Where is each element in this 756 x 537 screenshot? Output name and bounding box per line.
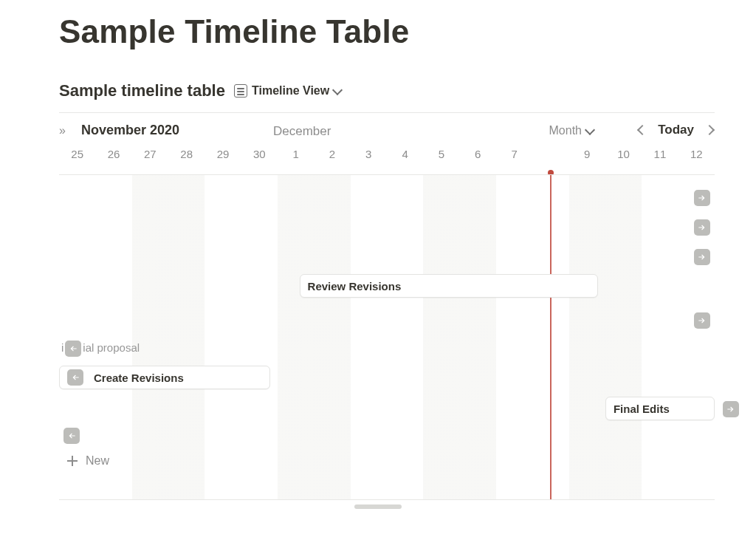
- page-title: Sample Timeline Table: [59, 13, 410, 50]
- offscreen-right-indicator[interactable]: [694, 312, 710, 329]
- timeline-area[interactable]: Review Revisionsiial proposalCreate Revi…: [59, 174, 715, 500]
- next-period-button[interactable]: [704, 123, 715, 137]
- offscreen-right-indicator[interactable]: [694, 249, 710, 265]
- timeline-card-title: Create Revisions: [94, 372, 184, 384]
- timeline-icon: [234, 84, 247, 98]
- timeline-card[interactable]: Final Edits: [605, 397, 715, 420]
- date-27[interactable]: 27: [132, 148, 168, 170]
- chevron-down-icon: [586, 126, 597, 136]
- date-11[interactable]: 11: [642, 148, 678, 170]
- prev-period-button[interactable]: [637, 123, 647, 137]
- date-6[interactable]: 6: [460, 148, 496, 170]
- add-row-button[interactable]: New: [66, 454, 109, 468]
- date-12[interactable]: 12: [678, 148, 715, 170]
- plus-icon: [66, 455, 78, 467]
- date-strip: 252627282930123456789101112: [59, 148, 715, 170]
- chevron-down-icon: [334, 86, 344, 96]
- date-29[interactable]: 29: [205, 148, 241, 170]
- date-5[interactable]: 5: [423, 148, 459, 170]
- range-selector[interactable]: Month: [549, 124, 597, 137]
- date-26[interactable]: 26: [95, 148, 131, 170]
- date-4[interactable]: 4: [387, 148, 423, 170]
- view-selector[interactable]: Timeline View: [234, 84, 344, 98]
- date-1[interactable]: 1: [278, 148, 314, 170]
- date-28[interactable]: 28: [168, 148, 205, 170]
- date-2[interactable]: 2: [314, 148, 350, 170]
- timeline-card-title: Review Revisions: [308, 280, 402, 293]
- offscreen-left-indicator[interactable]: [63, 428, 80, 444]
- arrow-left-icon: [65, 341, 81, 357]
- date-10[interactable]: 10: [605, 148, 642, 170]
- offscreen-right-indicator[interactable]: [694, 190, 710, 206]
- header-divider: [59, 112, 715, 113]
- table-title[interactable]: Sample timeline table: [59, 81, 225, 100]
- month-secondary-label: December: [273, 124, 331, 139]
- timeline-card[interactable]: Review Revisions: [300, 274, 599, 298]
- date-9[interactable]: 9: [569, 148, 605, 170]
- arrow-right-icon[interactable]: [723, 401, 739, 417]
- today-button[interactable]: Today: [658, 123, 694, 137]
- date-3[interactable]: 3: [351, 148, 387, 170]
- add-row-label: New: [86, 454, 109, 468]
- horizontal-scrollbar-thumb[interactable]: [354, 504, 402, 509]
- range-selector-label: Month: [549, 124, 582, 137]
- date-30[interactable]: 30: [241, 148, 278, 170]
- view-selector-label: Timeline View: [252, 84, 329, 98]
- expand-sidebar-toggle[interactable]: »: [59, 124, 64, 137]
- date-8[interactable]: 8: [532, 148, 568, 170]
- month-primary-label: November 2020: [81, 123, 179, 138]
- timeline-card-title: Final Edits: [614, 403, 670, 415]
- timeline-card[interactable]: Create Revisions: [59, 366, 270, 389]
- arrow-left-icon: [67, 369, 83, 386]
- date-7[interactable]: 7: [496, 148, 532, 170]
- offscreen-item-label[interactable]: iial proposal: [61, 341, 140, 357]
- date-25[interactable]: 25: [59, 148, 95, 170]
- offscreen-right-indicator[interactable]: [694, 219, 710, 236]
